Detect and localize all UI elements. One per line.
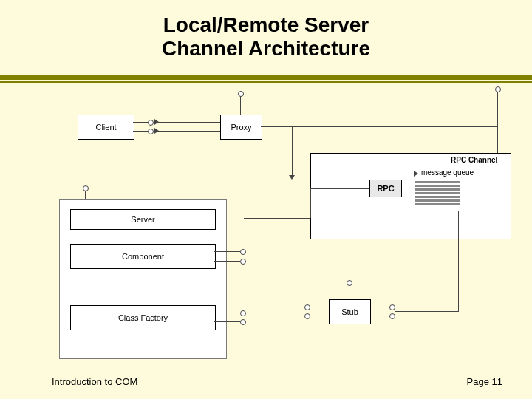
stub-right-line-2: [369, 316, 389, 316]
rpc-left-hline1: [310, 188, 369, 189]
component-box: Component: [70, 244, 216, 269]
stub-left-line-2: [309, 316, 329, 316]
message-queue-label: message queue: [421, 168, 474, 177]
class-factory-label: Class Factory: [118, 313, 168, 322]
client-proxy-port-1: [148, 120, 154, 126]
message-queue-arrow: [414, 171, 418, 177]
stub-left-port-1: [304, 304, 310, 310]
arrow-into-diagram: [289, 175, 295, 180]
rpc-frame-feed-vline: [497, 126, 498, 153]
proxy-top-port: [238, 91, 244, 97]
stub-top-port: [347, 280, 352, 286]
rpc-to-stub-hline: [395, 311, 459, 312]
rpc-channel-frame: [310, 153, 511, 239]
component-label: Component: [122, 252, 164, 261]
client-proxy-line-1: [133, 122, 220, 123]
stub-box: Stub: [329, 299, 371, 324]
stub-right-port-2: [389, 313, 395, 319]
slide: Local/Remote Server Channel Architecture…: [0, 0, 532, 399]
rpc-channel-label: RPC Channel: [451, 156, 497, 164]
footer-left: Introduction to COM: [52, 376, 137, 387]
client-proxy-port-2: [148, 129, 154, 134]
rpc-label: RPC: [377, 184, 394, 193]
title-line-1: Local/Remote Server: [163, 13, 369, 36]
stub-label: Stub: [341, 307, 358, 316]
client-proxy-line-2: [133, 131, 220, 132]
architecture-diagram: Client Proxy RPC Channel message queue: [0, 85, 532, 373]
component-line-1: [214, 251, 240, 252]
server-box: Server: [70, 209, 216, 230]
component-line-2: [214, 261, 240, 262]
arrow-into-diagram-vline: [292, 126, 293, 178]
stub-right-line-1: [369, 307, 389, 307]
stub-left-line-1: [309, 307, 329, 307]
stub-top-line: [349, 284, 349, 299]
rpc-left-hline2: [310, 211, 458, 211]
server-top-port: [83, 185, 89, 191]
stub-left-port-2: [304, 313, 310, 319]
rpc-right-vline: [458, 211, 459, 238]
client-box: Client: [78, 115, 134, 140]
component-port-1: [240, 249, 246, 255]
rpc-top-vline: [497, 91, 498, 126]
footer-right: Page 11: [467, 376, 502, 387]
class-factory-box: Class Factory: [70, 305, 216, 330]
title-separator-thin: [0, 81, 532, 83]
rpc-top-port: [495, 86, 501, 92]
rpc-to-server-hline: [244, 218, 310, 219]
message-queue-graphic: [415, 181, 460, 207]
classfactory-line-1: [214, 313, 240, 313]
rpc-left-drop: [310, 188, 311, 218]
rpc-box: RPC: [369, 180, 402, 197]
rpc-to-stub-vline: [458, 238, 459, 312]
title-line-2: Channel Architecture: [162, 37, 370, 60]
stub-right-port-1: [389, 304, 395, 310]
proxy-label: Proxy: [231, 123, 251, 132]
classfactory-line-2: [214, 321, 240, 322]
title-separator-thick: [0, 75, 532, 80]
classfactory-port-1: [240, 310, 246, 316]
client-proxy-arrow-1: [154, 119, 159, 125]
component-port-2: [240, 259, 246, 265]
slide-title: Local/Remote Server Channel Architecture: [0, 13, 532, 61]
proxy-box: Proxy: [220, 115, 262, 140]
proxy-top-line: [240, 96, 241, 115]
server-label: Server: [131, 215, 154, 224]
client-proxy-arrow-2: [154, 128, 159, 134]
client-label: Client: [95, 123, 116, 132]
classfactory-port-2: [240, 319, 246, 325]
proxy-rpc-hline: [261, 126, 497, 127]
